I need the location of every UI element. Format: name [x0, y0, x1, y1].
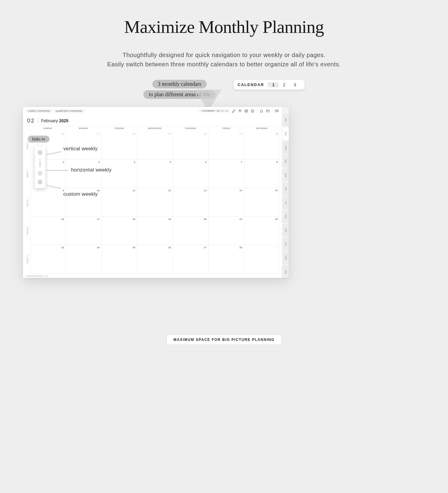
day-cell[interactable]: 30 [173, 131, 208, 159]
annotation-horizontal-weekly: horizontal weekly [71, 167, 112, 173]
day-cell[interactable]: 29 [137, 131, 173, 159]
day-cell[interactable]: 17 [66, 217, 102, 245]
month-tab-oct[interactable]: OCT [283, 238, 289, 250]
week-label-5[interactable]: WEEK 5 [27, 141, 28, 149]
yearly-overview-button[interactable]: YEARLY OVERVIEW [26, 109, 52, 113]
day-cell[interactable]: 1 [244, 131, 280, 159]
day-cell[interactable]: 21 [208, 217, 244, 245]
svg-point-2 [251, 109, 254, 112]
day-cell[interactable]: 4 [102, 160, 137, 188]
day-cell[interactable]: 3 [66, 160, 102, 188]
month-tab-label: DEC [285, 270, 287, 273]
month-tab-mar[interactable]: MAR [283, 141, 289, 154]
day-cell[interactable]: 28 [102, 131, 137, 159]
day-cell[interactable]: 15 [244, 188, 280, 216]
quarterly-overview-button[interactable]: QUARTERLY OVERVIEW [54, 109, 85, 113]
day-cell[interactable]: 27 [173, 245, 208, 273]
day-number: 26 [61, 132, 64, 135]
month-tab-jun[interactable]: JUN [283, 182, 289, 195]
day-number: 23 [61, 246, 64, 249]
annotation-custom-weekly: custom weekly [63, 191, 98, 197]
day-cell[interactable]: 19 [137, 217, 173, 245]
day-cell[interactable]: 28 [208, 245, 244, 273]
calendar-switch-small-3[interactable]: 3 [225, 110, 229, 112]
hero-sub-line2: Easily switch between three monthly cale… [0, 60, 448, 69]
week-label-8[interactable]: WEEK 8 [27, 226, 28, 235]
weekly-custom-button[interactable] [38, 180, 42, 184]
annotation-line [46, 170, 68, 171]
sparkle-icon[interactable] [238, 109, 242, 113]
month-tab-apr[interactable]: APR [283, 155, 289, 168]
month-tab-label: OCT [285, 242, 287, 246]
day-cell[interactable]: 27 [66, 131, 102, 159]
smile-icon[interactable] [251, 109, 254, 113]
month-title-row: 02 February 2025 [23, 114, 282, 126]
bell-icon[interactable] [260, 109, 263, 113]
day-cell[interactable]: 25 [102, 245, 137, 273]
links-to-pill: links to [28, 136, 50, 143]
day-cell[interactable]: 11 [102, 188, 137, 216]
month-tab-label: JUN [285, 187, 287, 191]
month-tab-label: NOV [285, 255, 287, 260]
dow-sat: SATURDAY [244, 126, 280, 131]
day-cell[interactable]: 26 [137, 245, 173, 273]
promo-pill-1: 3 monthly calendars [152, 80, 207, 88]
weekly-vertical-button[interactable] [38, 150, 42, 155]
month-tab-feb[interactable]: FEB [283, 127, 289, 140]
week-label-9[interactable]: WEEK 9 [27, 255, 28, 263]
month-tab-jan[interactable]: JAN [283, 114, 289, 126]
month-tab-label: FEB [285, 132, 287, 136]
day-number: 1 [277, 246, 278, 249]
day-number: 5 [170, 161, 171, 163]
svg-point-0 [245, 109, 248, 112]
day-cell[interactable]: 22 [244, 217, 280, 245]
dow-mon: MONDAY [66, 126, 101, 131]
day-cell[interactable]: 5 [137, 160, 173, 188]
menu-icon[interactable] [275, 110, 279, 112]
day-number: 6 [205, 161, 206, 163]
day-cell[interactable]: 7 [208, 160, 244, 188]
month-tab-sep[interactable]: SEP [283, 224, 289, 237]
day-cell[interactable]: 12 [137, 188, 173, 216]
svg-point-4 [253, 111, 253, 111]
day-cell[interactable]: 20 [173, 217, 208, 245]
day-cell[interactable]: 6 [173, 160, 208, 188]
day-cell[interactable]: 14 [208, 188, 244, 216]
day-number: 31 [240, 132, 242, 135]
svg-rect-5 [266, 110, 269, 112]
week-label-6[interactable]: WEEK 6 [27, 169, 28, 177]
weekly-horizontal-button[interactable] [38, 171, 42, 176]
calendar-switch-small-1[interactable]: 1 [216, 110, 220, 112]
day-cell[interactable]: 24 [66, 245, 102, 273]
calendar-switch-opt-1[interactable]: 1 [268, 82, 279, 87]
footer-credit: © KDIGITALSTUDIO, LLC [23, 275, 282, 278]
month-year: 2025 [59, 118, 68, 123]
month-tab-jul[interactable]: JUL [283, 196, 289, 209]
calendar-switch-opt-2[interactable]: 2 [279, 82, 290, 87]
day-number: 28 [133, 132, 135, 135]
calendar-switch-small-2[interactable]: 2 [220, 110, 225, 112]
month-tab-may[interactable]: MAY [283, 169, 289, 181]
month-name-text: February [41, 118, 58, 123]
day-cell[interactable]: 1 [244, 245, 280, 273]
day-cell[interactable]: 23 [30, 245, 66, 273]
day-cell[interactable]: 9 [30, 188, 66, 216]
week-label-7[interactable]: WEEK 7 [27, 198, 28, 206]
month-tab-nov[interactable]: NOV [283, 251, 289, 264]
day-cell[interactable]: 31 [208, 131, 244, 159]
card-icon[interactable] [266, 109, 270, 113]
target-icon[interactable] [244, 109, 248, 113]
pencil-icon[interactable] [232, 109, 236, 113]
day-cell[interactable]: 13 [173, 188, 208, 216]
month-name: February 2025 [41, 118, 68, 123]
dow-tue: TUESDAY [102, 126, 137, 131]
week-popover-label: WEEK 6 [39, 159, 41, 167]
calendar-switch-opt-3[interactable]: 3 [290, 82, 300, 87]
day-number: 28 [240, 246, 242, 249]
month-tab-aug[interactable]: AUG [283, 210, 289, 223]
month-tab-dec[interactable]: DEC [283, 265, 289, 278]
day-cell[interactable]: 18 [102, 217, 137, 245]
day-cell[interactable]: 16 [30, 217, 66, 245]
annotation-vertical-weekly: vertical weekly [63, 146, 98, 152]
day-cell[interactable]: 8 [244, 160, 280, 188]
